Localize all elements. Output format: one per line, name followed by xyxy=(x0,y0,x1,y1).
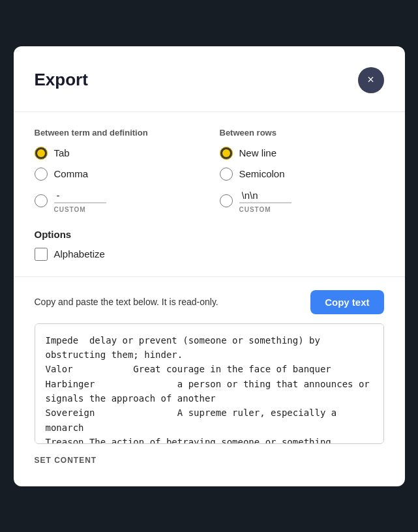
between-rows-label: Between rows xyxy=(220,128,384,138)
alphabetize-label: Alphabetize xyxy=(54,248,105,259)
radio-comma[interactable] xyxy=(35,168,48,181)
options-title: Options xyxy=(35,229,384,240)
radio-item-custom-row[interactable]: CUSTOM xyxy=(220,188,384,213)
separator-options: Between term and definition Tab Comma xyxy=(35,128,384,213)
modal-header: Export × xyxy=(35,67,384,93)
between-rows-column: Between rows New line Semicolon xyxy=(220,128,384,213)
custom-term-input[interactable] xyxy=(54,188,106,203)
export-modal: Export × Between term and definition Tab… xyxy=(14,46,405,486)
radio-item-custom-term[interactable]: CUSTOM xyxy=(35,188,199,213)
radio-custom-term[interactable] xyxy=(35,194,48,207)
checkbox-alphabetize[interactable]: Alphabetize xyxy=(35,248,384,261)
alphabetize-checkbox[interactable] xyxy=(35,248,48,261)
export-text-area[interactable]: Impede delay or prevent (someone or some… xyxy=(35,323,384,444)
divider-top xyxy=(14,111,405,112)
radio-newline[interactable] xyxy=(220,147,233,160)
between-term-label: Between term and definition xyxy=(35,128,199,138)
between-term-radio-group: Tab Comma CUSTOM xyxy=(35,147,199,213)
radio-item-newline[interactable]: New line xyxy=(220,147,384,160)
modal-overlay: Export × Between term and definition Tab… xyxy=(0,0,418,532)
copy-bar: Copy and paste the text below. It is rea… xyxy=(35,290,384,314)
radio-tab[interactable] xyxy=(35,147,48,160)
custom-term-group: CUSTOM xyxy=(54,188,106,213)
radio-custom-row[interactable] xyxy=(220,194,233,207)
radio-semicolon-label: Semicolon xyxy=(239,168,285,179)
divider-copy xyxy=(14,276,405,277)
set-content-button[interactable]: SET CONTENT xyxy=(35,456,97,465)
custom-row-group: CUSTOM xyxy=(239,188,291,213)
between-term-column: Between term and definition Tab Comma xyxy=(35,128,199,213)
radio-item-tab[interactable]: Tab xyxy=(35,147,199,160)
radio-semicolon[interactable] xyxy=(220,168,233,181)
radio-item-semicolon[interactable]: Semicolon xyxy=(220,168,384,181)
copy-text-button[interactable]: Copy text xyxy=(310,290,383,314)
radio-newline-label: New line xyxy=(239,147,277,158)
modal-title: Export xyxy=(35,70,88,90)
custom-row-input[interactable] xyxy=(239,188,291,203)
radio-comma-label: Comma xyxy=(54,168,89,179)
options-section: Options Alphabetize xyxy=(35,229,384,261)
close-button[interactable]: × xyxy=(358,67,384,93)
close-icon: × xyxy=(367,73,374,87)
radio-item-comma[interactable]: Comma xyxy=(35,168,199,181)
custom-row-label: CUSTOM xyxy=(239,206,291,213)
between-rows-radio-group: New line Semicolon CUSTOM xyxy=(220,147,384,213)
copy-instruction: Copy and paste the text below. It is rea… xyxy=(35,297,218,307)
radio-tab-label: Tab xyxy=(54,147,70,158)
custom-term-label: CUSTOM xyxy=(54,206,106,213)
